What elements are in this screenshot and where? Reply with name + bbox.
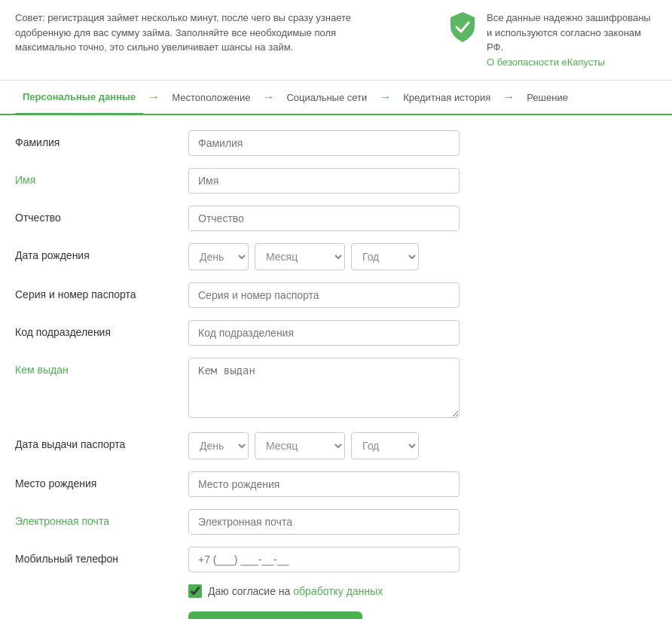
step-location[interactable]: Местоположение <box>164 81 258 114</box>
row-birthdate: Дата рождения День Месяц Год <box>15 243 657 270</box>
input-wrap-lastname <box>188 130 460 156</box>
input-birthplace[interactable] <box>188 471 460 497</box>
input-lastname[interactable] <box>188 130 460 156</box>
input-wrap-birthplace <box>188 471 460 497</box>
row-firstname: Имя <box>15 168 657 194</box>
submit-row: Зарегистрироваться <box>188 611 657 619</box>
label-firstname: Имя <box>15 168 188 186</box>
label-division-code: Код подразделения <box>15 320 188 338</box>
input-wrap-passport-number <box>188 282 460 308</box>
step-decision[interactable]: Решение <box>519 81 576 114</box>
step-label-0: Персональные данные <box>23 91 136 102</box>
banner-security: Все данные надежно зашифрованы и использ… <box>446 11 657 69</box>
input-wrap-issued-by <box>188 358 460 420</box>
birthdate-day[interactable]: День <box>188 243 249 270</box>
passport-date-selects: День Месяц Год <box>188 432 460 459</box>
label-phone: Мобильный телефон <box>15 547 188 565</box>
banner-security-text: Все данные надежно зашифрованы и использ… <box>487 11 657 69</box>
security-text: Все данные надежно зашифрованы и использ… <box>487 12 651 53</box>
step-label-1: Местоположение <box>172 92 250 103</box>
birthdate-year[interactable]: Год <box>351 243 419 270</box>
steps-nav: Персональные данные → Местоположение → С… <box>0 81 672 115</box>
input-phone[interactable] <box>188 547 460 572</box>
input-passport-number[interactable] <box>188 282 460 308</box>
passport-date-day[interactable]: День <box>188 432 249 459</box>
step-social[interactable]: Социальные сети <box>279 81 374 114</box>
passport-date-month[interactable]: Месяц <box>255 432 345 459</box>
row-passport-date: Дата выдачи паспорта День Месяц Год <box>15 432 657 459</box>
input-middlename[interactable] <box>188 206 460 231</box>
step-label-2: Социальные сети <box>286 92 367 103</box>
row-passport-number: Серия и номер паспорта <box>15 282 657 308</box>
birthdate-month[interactable]: Месяц <box>255 243 345 270</box>
step-label-3: Кредитная история <box>403 92 490 103</box>
consent-text: Даю согласие на обработку данных <box>208 585 383 597</box>
input-wrap-division-code <box>188 320 460 346</box>
label-passport-date: Дата выдачи паспорта <box>15 432 188 450</box>
step-credit[interactable]: Кредитная история <box>396 81 498 114</box>
input-wrap-passport-date: День Месяц Год <box>188 432 460 459</box>
input-firstname[interactable] <box>188 168 460 194</box>
row-division-code: Код подразделения <box>15 320 657 346</box>
row-middlename: Отчество <box>15 206 657 231</box>
security-link[interactable]: О безопасности еКапусты <box>487 56 605 68</box>
row-issued-by: Кем выдан <box>15 358 657 420</box>
step-personal-data[interactable]: Персональные данные <box>15 81 143 115</box>
input-wrap-phone <box>188 547 460 572</box>
label-birthdate: Дата рождения <box>15 243 188 261</box>
arrow-3: → <box>379 90 391 104</box>
input-wrap-middlename <box>188 206 460 231</box>
label-middlename: Отчество <box>15 206 188 224</box>
label-issued-by: Кем выдан <box>15 358 188 376</box>
row-birthplace: Место рождения <box>15 471 657 497</box>
shield-icon <box>446 11 479 44</box>
row-lastname: Фамилия <box>15 130 657 156</box>
passport-date-year[interactable]: Год <box>351 432 419 459</box>
consent-checkbox[interactable] <box>188 584 202 598</box>
consent-row: Даю согласие на обработку данных <box>188 584 657 598</box>
top-banner: Совет: регистрация займет несколько мину… <box>0 0 672 81</box>
consent-link[interactable]: обработку данных <box>293 585 383 597</box>
input-issued-by[interactable] <box>188 358 460 418</box>
consent-text-label: Даю согласие на <box>208 585 290 597</box>
label-birthplace: Место рождения <box>15 471 188 489</box>
row-phone: Мобильный телефон <box>15 547 657 572</box>
input-wrap-birthdate: День Месяц Год <box>188 243 460 270</box>
label-lastname: Фамилия <box>15 130 188 148</box>
personal-data-form: Фамилия Имя Отчество Дата рождения День … <box>0 115 672 619</box>
banner-tip: Совет: регистрация займет несколько мину… <box>15 11 377 55</box>
input-division-code[interactable] <box>188 320 460 346</box>
step-label-4: Решение <box>527 92 568 103</box>
birthdate-selects: День Месяц Год <box>188 243 460 270</box>
banner-tip-text: Совет: регистрация займет несколько мину… <box>15 12 351 53</box>
input-wrap-email <box>188 509 460 535</box>
label-passport-number: Серия и номер паспорта <box>15 282 188 300</box>
label-email: Электронная почта <box>15 509 188 527</box>
input-email[interactable] <box>188 509 460 535</box>
submit-button[interactable]: Зарегистрироваться <box>188 611 362 619</box>
arrow-4: → <box>502 90 515 104</box>
input-wrap-firstname <box>188 168 460 194</box>
arrow-2: → <box>262 90 274 104</box>
arrow-1: → <box>148 90 160 104</box>
row-email: Электронная почта <box>15 509 657 535</box>
